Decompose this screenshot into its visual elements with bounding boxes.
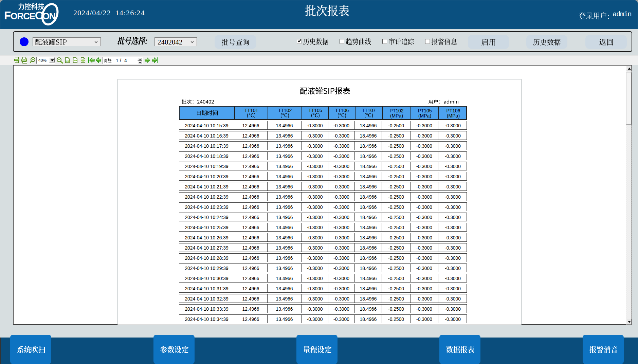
svg-text:FORCECON: FORCECON xyxy=(4,9,55,22)
svg-text:PDF: PDF xyxy=(22,59,26,61)
svg-text:1:1: 1:1 xyxy=(65,59,70,62)
